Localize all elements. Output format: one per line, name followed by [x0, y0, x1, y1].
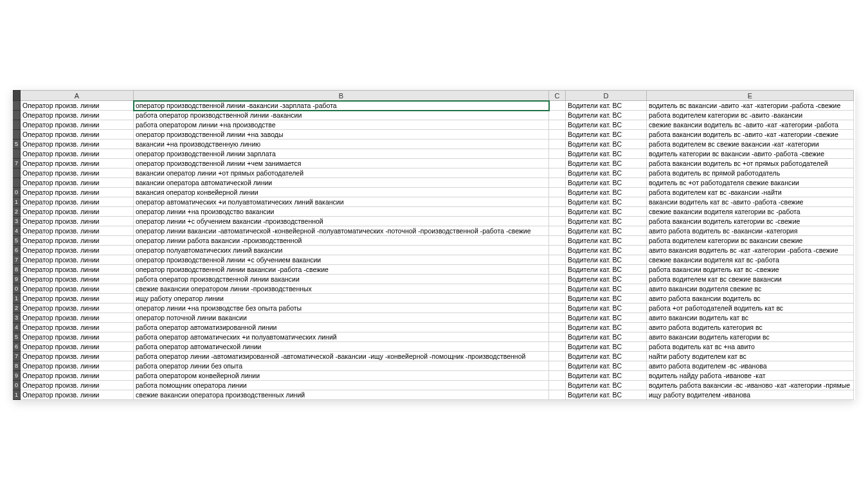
- cell-E[interactable]: авито вакансия водитель вс -кат -категор…: [647, 246, 854, 255]
- cell-D[interactable]: Водители кат. BC: [566, 130, 647, 140]
- column-header-B[interactable]: B: [134, 90, 549, 101]
- column-header-C[interactable]: C: [549, 90, 566, 101]
- row-number[interactable]: [13, 149, 21, 159]
- row-number[interactable]: 0: [13, 284, 21, 294]
- cell-B[interactable]: вакансия оператор конвейерной линии: [134, 188, 549, 197]
- row-number[interactable]: 3: [13, 313, 21, 323]
- row-number[interactable]: 7: [13, 352, 21, 361]
- cell-D[interactable]: Водители кат. BC: [566, 159, 647, 168]
- cell-E[interactable]: авито работа вакансии водитель вс: [647, 294, 854, 304]
- cell-E[interactable]: работа водитель кат вс +на авито: [647, 342, 854, 352]
- cell-D[interactable]: Водители кат. BC: [566, 226, 647, 236]
- row-number[interactable]: [13, 101, 21, 111]
- cell-C[interactable]: [549, 140, 566, 149]
- cell-B[interactable]: работа оператор производственной линии в…: [134, 275, 549, 284]
- cell-C[interactable]: [549, 217, 566, 226]
- cell-B[interactable]: оператор производственной линии вакансии…: [134, 265, 549, 275]
- cell-E[interactable]: авито работа водителем -вс -иванова: [647, 361, 854, 371]
- cell-D[interactable]: Водители кат. BC: [566, 197, 647, 207]
- cell-A[interactable]: Оператор произв. линии: [21, 168, 134, 178]
- cell-D[interactable]: Водители кат. BC: [566, 323, 647, 332]
- cell-D[interactable]: Водители кат. BC: [566, 168, 647, 178]
- cell-D[interactable]: Водители кат. BC: [566, 101, 647, 111]
- cell-B[interactable]: оператор линии вакансии -автоматической …: [134, 226, 549, 236]
- cell-C[interactable]: [549, 246, 566, 255]
- cell-D[interactable]: Водители кат. BC: [566, 284, 647, 294]
- cell-C[interactable]: [549, 149, 566, 159]
- cell-A[interactable]: Оператор произв. линии: [21, 149, 134, 159]
- cell-C[interactable]: [549, 120, 566, 130]
- cell-B[interactable]: оператор линии +с обучением вакансии -пр…: [134, 217, 549, 226]
- cell-C[interactable]: [549, 130, 566, 140]
- cell-E[interactable]: водитель найду работа -иванове -кат: [647, 371, 854, 381]
- row-number[interactable]: 4: [13, 226, 21, 236]
- column-header-D[interactable]: D: [566, 90, 647, 101]
- cell-E[interactable]: работа водителем кат вс свежие вакансии: [647, 275, 854, 284]
- row-number[interactable]: 5: [13, 236, 21, 246]
- select-all-corner[interactable]: [13, 90, 21, 101]
- cell-A[interactable]: Оператор произв. линии: [21, 111, 134, 120]
- cell-B[interactable]: работа оператором линии +на производстве: [134, 120, 549, 130]
- cell-D[interactable]: Водители кат. BC: [566, 371, 647, 381]
- cell-B[interactable]: ищу работу оператор линии: [134, 294, 549, 304]
- cell-E[interactable]: найти работу водителем кат вс: [647, 352, 854, 361]
- cell-A[interactable]: Оператор произв. линии: [21, 323, 134, 332]
- cell-A[interactable]: Оператор произв. линии: [21, 255, 134, 265]
- row-number[interactable]: [13, 178, 21, 188]
- cell-E[interactable]: авито вакансии водителя свежие вс: [647, 284, 854, 294]
- cell-D[interactable]: Водители кат. BC: [566, 246, 647, 255]
- cell-D[interactable]: Водители кат. BC: [566, 381, 647, 390]
- row-number[interactable]: 8: [13, 265, 21, 275]
- row-number[interactable]: 5: [13, 140, 21, 149]
- cell-C[interactable]: [549, 265, 566, 275]
- cell-C[interactable]: [549, 101, 566, 111]
- row-number[interactable]: 4: [13, 323, 21, 332]
- cell-D[interactable]: Водители кат. BC: [566, 111, 647, 120]
- cell-D[interactable]: Водители кат. BC: [566, 178, 647, 188]
- cell-A[interactable]: Оператор произв. линии: [21, 294, 134, 304]
- cell-C[interactable]: [549, 226, 566, 236]
- cell-C[interactable]: [549, 304, 566, 313]
- cell-C[interactable]: [549, 159, 566, 168]
- cell-C[interactable]: [549, 284, 566, 294]
- cell-A[interactable]: Оператор произв. линии: [21, 178, 134, 188]
- cell-B[interactable]: оператор производственной линии +с обуче…: [134, 255, 549, 265]
- cell-C[interactable]: [549, 361, 566, 371]
- cell-C[interactable]: [549, 111, 566, 120]
- cell-B[interactable]: оператор линии +на производство вакансии: [134, 207, 549, 217]
- row-number[interactable]: 0: [13, 188, 21, 197]
- cell-D[interactable]: Водители кат. BC: [566, 390, 647, 400]
- row-number[interactable]: 7: [13, 159, 21, 168]
- row-number[interactable]: 8: [13, 361, 21, 371]
- cell-E[interactable]: вакансии водитель кат вс -авито -работа …: [647, 197, 854, 207]
- cell-E[interactable]: работа вакансии водитель кат вс -свежие: [647, 265, 854, 275]
- spreadsheet-grid[interactable]: A B C D E Оператор произв. линииоператор…: [13, 90, 855, 400]
- cell-C[interactable]: [549, 313, 566, 323]
- cell-D[interactable]: Водители кат. BC: [566, 120, 647, 130]
- row-number[interactable]: 6: [13, 342, 21, 352]
- row-number[interactable]: 0: [13, 381, 21, 390]
- cell-B[interactable]: оператор производственной линии -ваканси…: [134, 101, 549, 111]
- cell-C[interactable]: [549, 381, 566, 390]
- row-number[interactable]: 3: [13, 217, 21, 226]
- cell-D[interactable]: Водители кат. BC: [566, 255, 647, 265]
- cell-B[interactable]: оператор поточной линии вакансии: [134, 313, 549, 323]
- cell-B[interactable]: работа помощник оператора линии: [134, 381, 549, 390]
- cell-C[interactable]: [549, 188, 566, 197]
- row-number[interactable]: 2: [13, 207, 21, 217]
- cell-E[interactable]: работа вакансии водитель вс -авито -кат …: [647, 130, 854, 140]
- cell-A[interactable]: Оператор произв. линии: [21, 226, 134, 236]
- cell-C[interactable]: [549, 323, 566, 332]
- row-number[interactable]: 1: [13, 197, 21, 207]
- cell-A[interactable]: Оператор произв. линии: [21, 275, 134, 284]
- cell-B[interactable]: работа оператором конвейерной линии: [134, 371, 549, 381]
- cell-D[interactable]: Водители кат. BC: [566, 332, 647, 342]
- cell-C[interactable]: [549, 255, 566, 265]
- cell-C[interactable]: [549, 178, 566, 188]
- cell-C[interactable]: [549, 275, 566, 284]
- cell-D[interactable]: Водители кат. BC: [566, 275, 647, 284]
- cell-C[interactable]: [549, 294, 566, 304]
- cell-E[interactable]: работа +от работодателей водитель кат вс: [647, 304, 854, 313]
- row-number[interactable]: [13, 111, 21, 120]
- cell-D[interactable]: Водители кат. BC: [566, 236, 647, 246]
